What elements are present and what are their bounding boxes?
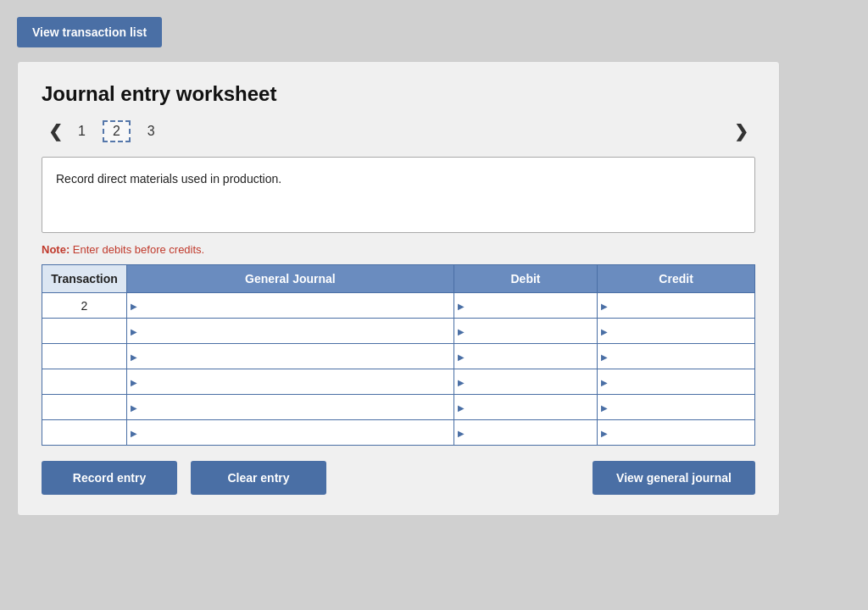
- journal-cell-4[interactable]: [127, 395, 454, 420]
- description-box: Record direct materials used in producti…: [42, 157, 755, 233]
- col-header-debit: Debit: [453, 265, 597, 293]
- view-transaction-button[interactable]: View transaction list: [17, 17, 162, 47]
- debit-cell-4[interactable]: [453, 395, 597, 420]
- transaction-cell-5: [42, 420, 127, 446]
- credit-cell-4[interactable]: [598, 395, 755, 420]
- debit-cell-0[interactable]: [453, 293, 597, 319]
- journal-cell-1[interactable]: [127, 319, 454, 344]
- debit-cell-5[interactable]: [453, 420, 597, 446]
- table-row: [42, 319, 755, 344]
- page-3[interactable]: 3: [147, 124, 155, 139]
- debit-cell-3[interactable]: [453, 369, 597, 395]
- worksheet-container: Journal entry worksheet ❮ 1 2 3 ❯ Record…: [17, 61, 780, 516]
- table-row: [42, 395, 755, 420]
- journal-cell-5[interactable]: [127, 420, 454, 446]
- note-text: Enter debits before credits.: [73, 243, 204, 256]
- table-row: [42, 369, 755, 395]
- note-label: Note:: [42, 243, 70, 256]
- record-entry-button[interactable]: Record entry: [42, 461, 177, 495]
- credit-cell-1[interactable]: [598, 319, 755, 344]
- bottom-buttons: Record entry Clear entry View general jo…: [42, 461, 755, 495]
- transaction-cell-3: [42, 369, 127, 395]
- credit-cell-5[interactable]: [598, 420, 755, 446]
- transaction-cell-1: [42, 319, 127, 344]
- view-general-journal-button[interactable]: View general journal: [593, 461, 755, 495]
- note: Note: Enter debits before credits.: [42, 243, 755, 256]
- journal-cell-0[interactable]: [127, 293, 454, 319]
- page-2-active[interactable]: 2: [103, 120, 131, 142]
- worksheet-title: Journal entry worksheet: [42, 82, 755, 106]
- col-header-transaction: Transaction: [42, 265, 127, 293]
- col-header-journal: General Journal: [127, 265, 454, 293]
- table-row: 2: [42, 293, 755, 319]
- pagination: ❮ 1 2 3 ❯: [42, 119, 755, 143]
- table-row: [42, 420, 755, 446]
- credit-cell-0[interactable]: [598, 293, 755, 319]
- next-page-button[interactable]: ❯: [727, 119, 755, 143]
- journal-table: Transaction General Journal Debit Credit…: [42, 264, 755, 446]
- description-text: Record direct materials used in producti…: [56, 172, 281, 186]
- transaction-cell-4: [42, 395, 127, 420]
- debit-cell-1[interactable]: [453, 319, 597, 344]
- debit-cell-2[interactable]: [453, 344, 597, 369]
- journal-cell-2[interactable]: [127, 344, 454, 369]
- col-header-credit: Credit: [598, 265, 755, 293]
- transaction-cell-2: [42, 344, 127, 369]
- table-row: [42, 344, 755, 369]
- page-1[interactable]: 1: [78, 124, 86, 139]
- journal-cell-3[interactable]: [127, 369, 454, 395]
- credit-cell-3[interactable]: [598, 369, 755, 395]
- transaction-cell-0: 2: [42, 293, 127, 319]
- prev-page-button[interactable]: ❮: [42, 119, 70, 143]
- clear-entry-button[interactable]: Clear entry: [191, 461, 326, 495]
- credit-cell-2[interactable]: [598, 344, 755, 369]
- top-bar: View transaction list: [17, 17, 162, 47]
